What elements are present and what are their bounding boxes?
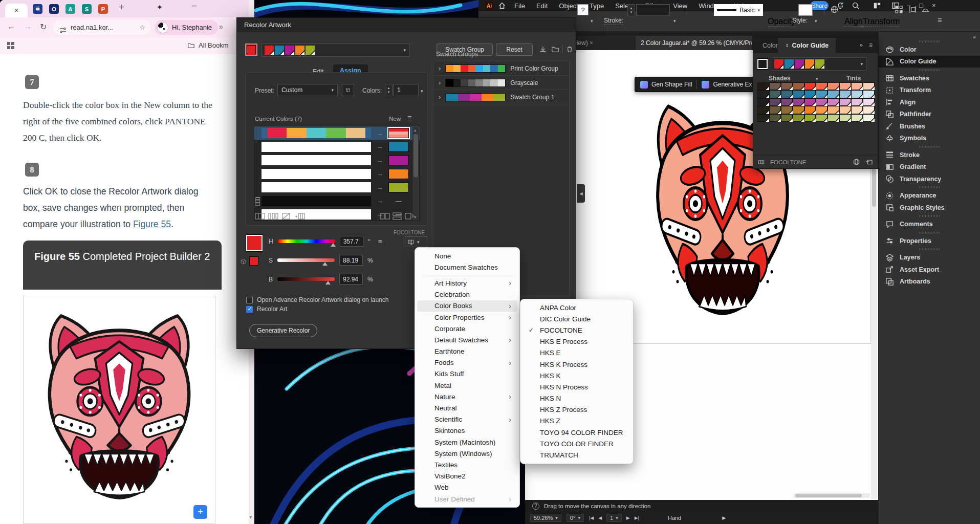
overflow-chevrons[interactable]: » [219, 23, 223, 31]
panel-properties[interactable]: Properties [879, 235, 980, 247]
menu-item-system-macintosh-[interactable]: System (Macintosh) [417, 436, 517, 448]
rotation-dropdown[interactable]: 0°▾ [567, 514, 584, 522]
stroke-stepper[interactable]: ▴▾ [627, 4, 635, 16]
list-scrollbar[interactable]: ▴▾ [412, 127, 419, 221]
panel-graphic-styles[interactable]: Graphic Styles [879, 202, 980, 214]
color-guide-swatch[interactable] [804, 114, 816, 122]
color-guide-swatch[interactable] [827, 82, 839, 90]
color-guide-swatch[interactable] [804, 106, 816, 114]
menu-view[interactable]: View [673, 2, 687, 10]
apps-grid-icon[interactable] [7, 42, 14, 49]
color-guide-swatch[interactable] [839, 98, 851, 106]
menu-object[interactable]: Object [559, 2, 578, 10]
tab-close-icon[interactable]: × [14, 6, 18, 14]
color-guide-swatch[interactable] [827, 98, 839, 106]
expand-chevron-icon[interactable]: › [439, 79, 441, 86]
swatch-group-grayscale[interactable]: ›Grayscale [433, 76, 569, 90]
new-tab-button[interactable]: + [119, 2, 124, 13]
collapse-panel-chevron-icon[interactable]: ◀ [577, 184, 585, 203]
new-color-swatch[interactable]: — [388, 196, 409, 206]
hue-slider[interactable] [278, 239, 335, 243]
menu-item-hks-z[interactable]: HKS Z [522, 416, 631, 427]
color-guide-swatch[interactable] [816, 82, 827, 90]
color-guide-swatch[interactable] [757, 114, 769, 122]
browser-minimize-button[interactable]: – [192, 1, 197, 10]
separate-colors-icon[interactable] [268, 212, 278, 220]
color-harmony-dropdown[interactable]: ▾ [262, 43, 410, 57]
panel-color-guide[interactable]: Color Guide [879, 56, 980, 68]
panel-color[interactable]: Color [879, 43, 980, 56]
color-book-picker[interactable]: ▾ [405, 236, 427, 247]
current-color-row[interactable]: → [254, 154, 420, 167]
swatch[interactable] [815, 59, 824, 69]
menu-item-default-swatches[interactable]: Default Swatches› [417, 334, 517, 345]
color-guide-swatch[interactable] [851, 114, 863, 122]
merge-colors-icon[interactable] [255, 212, 265, 220]
panel-menu-icon[interactable]: ≡ [869, 41, 873, 49]
transform-label[interactable]: Transform [863, 17, 900, 27]
first-artboard-button[interactable]: |◀ [589, 515, 594, 520]
color-guide-swatch[interactable] [793, 90, 804, 98]
brightness-slider[interactable] [277, 277, 335, 281]
randomize-icon[interactable] [404, 212, 415, 220]
recolor-art-checkbox[interactable]: Recolor Art [246, 305, 287, 313]
color-guide-swatch[interactable] [827, 90, 839, 98]
menu-item-none[interactable]: None [417, 250, 517, 261]
current-color-row[interactable]: →— [254, 194, 420, 208]
artboard-number-dropdown[interactable]: 1▾ [606, 514, 622, 522]
stroke-width-input[interactable] [636, 4, 670, 15]
new-row-icon[interactable] [295, 212, 305, 220]
swatch-group-print-color-group[interactable]: ›Print Color Group [433, 61, 569, 76]
menu-item-hks-k[interactable]: HKS K [522, 370, 631, 381]
hue-value-input[interactable]: 357.7 [340, 236, 363, 247]
menu-item-toyo-94-color-finder[interactable]: TOYO 94 COLOR FINDER [522, 427, 631, 438]
canvas-horizontal-scrollbar[interactable] [793, 493, 870, 498]
panel-drag-handle[interactable] [879, 185, 980, 190]
menu-item-color-properties[interactable]: Color Properties› [417, 312, 517, 323]
color-guide-swatch[interactable] [863, 90, 875, 98]
stroke-style-dropdown[interactable]: Basic▾ [714, 4, 763, 16]
base-color-swatch[interactable] [757, 59, 768, 69]
color-guide-swatch[interactable] [851, 98, 863, 106]
prev-artboard-button[interactable]: ◀ [598, 515, 602, 520]
new-color-swatch[interactable] [388, 169, 409, 179]
panel-asset-export[interactable]: Asset Export [879, 264, 980, 276]
gen-shape-fill-button[interactable]: Gen Shape Fill [651, 81, 692, 88]
menu-item-color-books[interactable]: Color Books› [417, 300, 517, 312]
adobe-app[interactable]: A [66, 4, 75, 14]
swatch[interactable] [265, 46, 274, 55]
panel-layers[interactable]: Layers [879, 252, 980, 264]
new-color-swatch[interactable] [388, 142, 409, 152]
menu-item-metal[interactable]: Metal [417, 380, 517, 391]
browser-active-tab[interactable]: × [5, 4, 28, 17]
panel-drag-handle[interactable] [879, 144, 980, 149]
arrange-icon[interactable] [895, 5, 903, 14]
swatch[interactable] [295, 46, 304, 55]
menu-item-hks-k-process[interactable]: HKS K Process [522, 359, 631, 370]
columns-view-icon[interactable] [392, 212, 402, 220]
teams-app[interactable]: ≣ [33, 4, 42, 14]
menu-item-earthtone[interactable]: Earthtone [417, 346, 517, 357]
color-guide-swatch[interactable] [793, 114, 804, 122]
figure-55-link[interactable]: Figure 55 [133, 219, 171, 229]
swatch[interactable] [774, 59, 783, 69]
color-guide-swatch[interactable] [851, 90, 863, 98]
style-swatch[interactable] [798, 4, 813, 16]
menu-item-hks-n[interactable]: HKS N [522, 393, 631, 404]
swatch[interactable] [275, 46, 284, 55]
menu-item-document-swatches[interactable]: Document Swatches [417, 261, 517, 273]
back-icon[interactable]: ← [7, 22, 15, 31]
expand-chevron-icon[interactable]: › [439, 93, 441, 101]
color-guide-swatch[interactable] [804, 90, 816, 98]
chevron-down-icon[interactable]: ▾ [673, 18, 676, 24]
current-color-row[interactable]: → [254, 140, 420, 154]
harmony-rule-dropdown[interactable]: ▾ [772, 57, 866, 71]
menu-item-foods[interactable]: Foods› [417, 357, 517, 368]
menu-item-corporate[interactable]: Corporate [417, 323, 517, 334]
panel-transform[interactable]: Transform [879, 84, 980, 97]
document-setup-sphere-icon[interactable] [830, 5, 839, 14]
color-guide-swatch[interactable] [839, 114, 851, 122]
url-field[interactable]: read.na1.kor... ☆ [53, 20, 150, 35]
menu-item-art-history[interactable]: Art History› [417, 277, 517, 289]
color-guide-swatch[interactable] [793, 106, 804, 114]
